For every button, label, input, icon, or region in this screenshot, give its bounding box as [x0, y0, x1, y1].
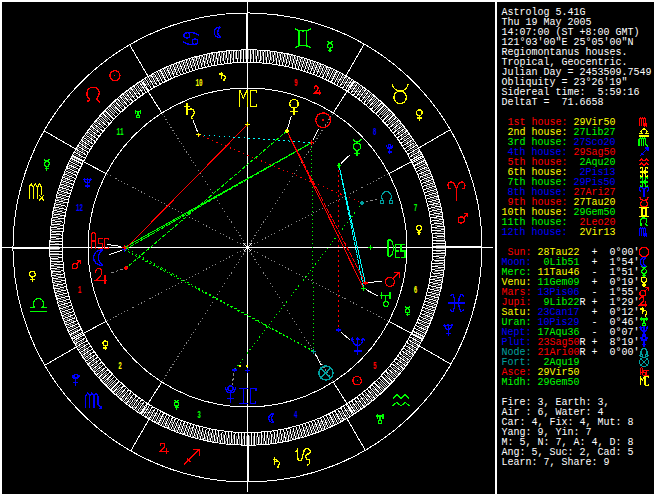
- svg-text:10: 10: [196, 77, 203, 88]
- svg-text:11: 11: [117, 126, 124, 137]
- svg-text:Learn: 7, Share: 9: Learn: 7, Share: 9: [502, 457, 610, 468]
- svg-text:6: 6: [414, 285, 418, 296]
- svg-text:29Gem50: 29Gem50: [538, 377, 580, 388]
- svg-text:9: 9: [294, 77, 298, 88]
- svg-text:DeltaT = 71.6658: DeltaT = 71.6658: [502, 97, 604, 108]
- svg-text:Midh:: Midh:: [502, 377, 532, 388]
- svg-text:1: 1: [78, 285, 82, 296]
- svg-text:R: R: [580, 297, 586, 308]
- svg-text:3: 3: [197, 410, 201, 421]
- svg-text:2Vir13: 2Vir13: [574, 227, 616, 238]
- svg-text:12th house:: 12th house:: [502, 227, 568, 238]
- svg-text:7: 7: [414, 202, 418, 213]
- svg-text:+ 0°00': + 0°00': [592, 347, 640, 358]
- svg-text:12: 12: [76, 202, 83, 213]
- svg-text:2: 2: [118, 360, 122, 371]
- svg-text:R: R: [580, 347, 586, 358]
- svg-text:8: 8: [373, 126, 377, 137]
- svg-text:5: 5: [373, 360, 377, 371]
- svg-text:4: 4: [294, 410, 298, 421]
